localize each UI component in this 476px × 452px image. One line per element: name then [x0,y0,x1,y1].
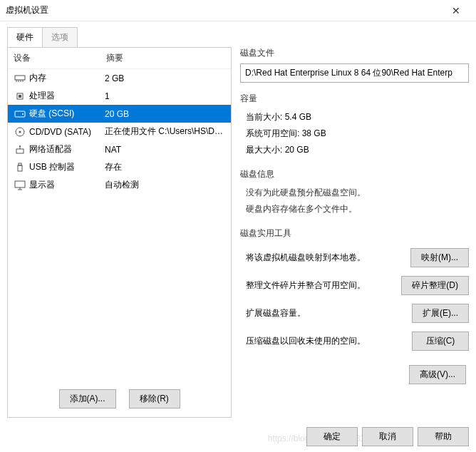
compact-button[interactable]: 压缩(C) [412,332,469,351]
window-titlebar: 虚拟机设置 ✕ [0,0,476,21]
current-size-row: 当前大小: 5.4 GB [240,109,469,125]
util-map-desc: 将该虚拟机磁盘映射到本地卷。 [246,252,410,264]
advanced-button[interactable]: 高级(V)... [409,365,466,384]
device-name: 处理器 [29,90,55,102]
list-item[interactable]: 显示器自动检测 [8,176,231,194]
cancel-button[interactable]: 取消 [362,427,413,446]
hardware-panel: 设备 摘要 内存2 GB处理器1硬盘 (SCSI)20 GBCD/DVD (SA… [7,47,232,418]
diskinfo-line2: 硬盘内容存储在多个文件中。 [240,201,469,217]
help-button[interactable]: 帮助 [418,427,469,446]
list-header: 设备 摘要 [8,48,231,69]
list-item[interactable]: CD/DVD (SATA)正在使用文件 C:\Users\HS\Des... [8,123,231,140]
disk-file-field[interactable]: D:\Red Hat Enterprise Linux 8 64 位90\Red… [240,63,469,83]
device-summary: 20 GB [105,109,225,119]
max-size-value: 20 GB [285,145,309,155]
device-summary: NAT [105,145,225,155]
window-title: 虚拟机设置 [6,4,442,16]
list-item[interactable]: 硬盘 (SCSI)20 GB [8,105,231,123]
util-compact-desc: 压缩磁盘以回收未使用的空间。 [246,335,412,347]
list-item[interactable]: USB 控制器存在 [8,158,231,176]
remove-button[interactable]: 移除(R) [129,389,180,409]
svg-point-8 [22,113,24,115]
defrag-button[interactable]: 碎片整理(D) [401,276,469,295]
svg-rect-15 [19,163,21,165]
svg-point-10 [19,130,21,133]
display-icon [14,180,26,190]
svg-rect-16 [15,181,25,188]
device-summary: 存在 [105,161,225,173]
max-size-row: 最大大小: 20 GB [240,142,469,158]
svg-rect-14 [18,165,22,171]
svg-rect-11 [16,149,24,153]
tab-hardware[interactable]: 硬件 [7,27,43,47]
usb-icon [14,163,26,173]
max-size-label: 最大大小: [246,145,282,155]
device-summary: 2 GB [105,73,225,83]
header-device: 设备 [14,52,106,64]
add-button[interactable]: 添加(A)... [59,389,116,409]
device-name: 内存 [29,72,46,84]
capacity-title: 容量 [240,93,469,105]
expand-button[interactable]: 扩展(E)... [412,304,469,323]
header-summary: 摘要 [106,52,123,64]
cd-icon [14,127,26,137]
details-panel: 磁盘文件 D:\Red Hat Enterprise Linux 8 64 位9… [232,47,469,418]
free-space-label: 系统可用空间: [246,128,299,138]
device-summary: 自动检测 [105,179,225,191]
list-item[interactable]: 处理器1 [8,87,231,105]
device-name: 网络适配器 [29,143,72,155]
device-summary: 正在使用文件 C:\Users\HS\Des... [105,125,225,138]
current-size-value: 5.4 GB [285,112,311,122]
device-name: USB 控制器 [29,161,75,173]
ok-button[interactable]: 确定 [306,427,358,446]
list-item[interactable]: 网络适配器NAT [8,140,231,158]
svg-point-13 [19,145,21,147]
memory-icon [14,73,26,83]
current-size-label: 当前大小: [246,112,282,122]
dialog-footer: 确定 取消 帮助 [306,427,469,446]
tab-strip: 硬件 选项 [7,27,476,47]
tab-options[interactable]: 选项 [42,27,78,47]
svg-rect-0 [15,76,25,80]
diskinfo-title: 磁盘信息 [240,168,469,180]
device-name: CD/DVD (SATA) [29,127,91,137]
map-button[interactable]: 映射(M)... [410,248,469,267]
device-name: 显示器 [29,179,55,191]
device-name: 硬盘 (SCSI) [29,108,74,120]
cpu-icon [14,91,26,101]
util-expand-desc: 扩展磁盘容量。 [246,307,412,319]
device-summary: 1 [105,91,225,101]
svg-rect-6 [19,95,21,98]
free-space-row: 系统可用空间: 38 GB [240,125,469,142]
diskinfo-line1: 没有为此硬盘预分配磁盘空间。 [240,185,469,201]
util-defrag-desc: 整理文件碎片并整合可用空间。 [246,279,401,292]
disk-icon [14,109,26,119]
list-item[interactable]: 内存2 GB [8,69,231,87]
close-icon[interactable]: ✕ [442,5,470,16]
disk-file-title: 磁盘文件 [240,47,469,59]
network-icon [14,145,26,155]
utilities-title: 磁盘实用工具 [240,227,469,240]
free-space-value: 38 GB [302,128,326,138]
